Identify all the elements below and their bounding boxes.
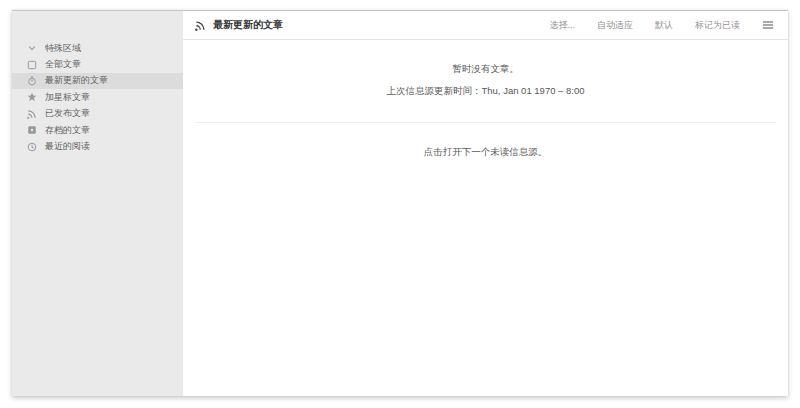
last-update-text: 上次信息源更新时间：Thu, Jan 01 1970 – 8:00 xyxy=(183,85,788,98)
recent-update-icon xyxy=(27,76,37,86)
sidebar-item[interactable]: 全部文章 xyxy=(12,56,183,72)
header-actions: 选择... 自动适应 默认 标记为已读 xyxy=(549,19,774,32)
header-title-group: 最新更新的文章 xyxy=(195,18,549,32)
page-title: 最新更新的文章 xyxy=(213,18,283,32)
sidebar-item-label: 最近的阅读 xyxy=(45,140,90,153)
rss-icon xyxy=(195,20,206,31)
empty-state: 暂时没有文章。 上次信息源更新时间：Thu, Jan 01 1970 – 8:0… xyxy=(183,40,788,396)
square-icon xyxy=(27,60,37,70)
sidebar-item[interactable]: 最近的阅读 xyxy=(12,138,183,154)
sidebar-item[interactable]: 特殊区域 xyxy=(12,40,183,56)
app-window: 特殊区域全部文章最新更新的文章加星标文章已发布文章存档的文章最近的阅读 最新更新… xyxy=(12,10,788,396)
sidebar-item[interactable]: 加星标文章 xyxy=(12,89,183,105)
default-view-button[interactable]: 默认 xyxy=(655,19,673,32)
auto-fit-button[interactable]: 自动适应 xyxy=(597,19,633,32)
sidebar-item-label: 加星标文章 xyxy=(45,91,90,104)
sidebar-item-label: 存档的文章 xyxy=(45,124,90,137)
sidebar-item-label: 已发布文章 xyxy=(45,107,90,120)
hamburger-menu-icon[interactable] xyxy=(762,20,774,30)
history-clock-icon xyxy=(27,142,37,152)
star-icon xyxy=(27,92,37,102)
main-header: 最新更新的文章 选择... 自动适应 默认 标记为已读 xyxy=(183,11,788,40)
sidebar-item[interactable]: 存档的文章 xyxy=(12,122,183,138)
mark-read-button[interactable]: 标记为已读 xyxy=(695,19,740,32)
main-panel: 最新更新的文章 选择... 自动适应 默认 标记为已读 暂时没有文章。 上次信息… xyxy=(183,11,788,396)
sidebar: 特殊区域全部文章最新更新的文章加星标文章已发布文章存档的文章最近的阅读 xyxy=(12,11,183,396)
chevron-down-icon xyxy=(27,43,37,53)
empty-state-title: 暂时没有文章。 xyxy=(183,40,788,76)
sidebar-item[interactable]: 已发布文章 xyxy=(12,106,183,122)
sidebar-item-label: 全部文章 xyxy=(45,58,81,71)
select-button[interactable]: 选择... xyxy=(549,19,575,32)
archive-icon xyxy=(27,125,37,135)
sidebar-item[interactable]: 最新更新的文章 xyxy=(12,73,183,89)
sidebar-item-label: 最新更新的文章 xyxy=(45,74,108,87)
sidebar-item-label: 特殊区域 xyxy=(45,42,81,55)
content-divider xyxy=(195,122,776,123)
rss-icon xyxy=(27,109,37,119)
next-feed-hint: 点击打开下一个未读信息源。 xyxy=(183,146,788,159)
